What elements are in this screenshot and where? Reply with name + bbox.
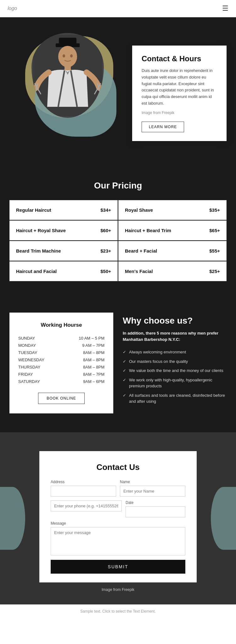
day-label: WEDNESDAY (18, 357, 44, 362)
service-price: $60+ (100, 228, 111, 233)
day-label: TUESDAY (18, 350, 37, 355)
service-name: Beard + Facial (125, 248, 157, 254)
service-name: Beard Trim Machine (16, 248, 61, 254)
pricing-item: Men's Facial$25+ (118, 261, 227, 281)
contact-title: Contact Us (51, 462, 185, 472)
info-section: Working Hourse SUNDAY10 AM – 5 PMMONDAY9… (0, 300, 236, 432)
book-online-button[interactable]: BOOK ONLINE (38, 393, 85, 404)
phone-input[interactable] (51, 500, 122, 511)
pricing-grid: Regular Haircut$34+Royal Shave$35+Haircu… (9, 200, 227, 281)
date-label: Date (126, 500, 185, 505)
image-credit: Image from Freepik (142, 110, 217, 116)
hours-row: MONDAY9 AM – 7PM (18, 342, 104, 349)
logo: logo (8, 6, 17, 11)
contact-blob-left (0, 487, 25, 550)
hamburger-menu-icon[interactable]: ☰ (222, 4, 228, 13)
service-price: $50+ (100, 269, 111, 274)
service-name: Haircut and Facial (16, 269, 57, 274)
pricing-item: Haircut and Facial$50+ (9, 261, 118, 281)
service-price: $23+ (100, 248, 111, 254)
service-name: Men's Facial (125, 269, 153, 274)
contact-blob-right (211, 487, 236, 550)
submit-button[interactable]: SUBMIT (51, 560, 185, 574)
service-price: $35+ (209, 207, 220, 213)
day-label: THURSDAY (18, 365, 41, 369)
navigation: logo ☰ (0, 0, 236, 17)
day-label: SUNDAY (18, 336, 35, 341)
message-textarea[interactable] (51, 527, 185, 555)
why-choose-title: Why choose us? (123, 316, 227, 326)
svg-point-11 (63, 54, 65, 57)
why-choose-list: Always welcoming environmentOur masters … (123, 347, 227, 406)
pricing-item: Beard + Facial$55+ (118, 241, 227, 261)
service-name: Royal Shave (125, 207, 153, 213)
hours-row: SUNDAY10 AM – 5 PM (18, 335, 104, 342)
why-reason: Our masters focus on the quality (123, 357, 227, 366)
pricing-section: Our Pricing Regular Haircut$34+Royal Sha… (0, 162, 236, 300)
hours-title: Working Hourse (18, 322, 104, 328)
pricing-item: Beard Trim Machine$23+ (9, 241, 118, 261)
learn-more-button[interactable]: LEARN MORE (142, 122, 184, 132)
day-label: MONDAY (18, 343, 36, 348)
why-reason: Always welcoming environment (123, 347, 227, 357)
card-description: Duis aute irure dolor in reprehenderit i… (142, 68, 217, 107)
pricing-item: Royal Shave$35+ (118, 200, 227, 220)
svg-rect-2 (59, 38, 76, 45)
service-name: Haircut + Beard Trim (125, 228, 171, 233)
hero-section: Contact & Hours Duis aute irure dolor in… (0, 17, 236, 162)
card-title: Contact & Hours (142, 54, 217, 63)
service-name: Haircut + Royal Shave (16, 228, 66, 233)
service-price: $55+ (209, 248, 220, 254)
contact-card: Contact Us Address Name Date Message (39, 451, 197, 582)
why-reason: All surfaces and tools are cleaned, disi… (123, 391, 227, 406)
hours-row: TUESDAY8AM – 8PM (18, 349, 104, 356)
address-input[interactable] (51, 486, 116, 497)
hours-row: WEDNESDAY8AM – 8PM (18, 356, 104, 363)
why-choose-section: Why choose us? In addition, there 5 more… (123, 313, 227, 413)
service-price: $25+ (209, 269, 220, 274)
footer: Sample text. Click to select the Text El… (0, 604, 236, 618)
name-label: Name (120, 480, 185, 484)
time-label: 8AM – 8PM (83, 357, 104, 362)
svg-point-12 (70, 54, 73, 57)
hours-row: SATURDAY9AM – 6PM (18, 378, 104, 385)
time-label: 8AM – 8PM (83, 365, 104, 369)
svg-point-3 (58, 46, 77, 67)
svg-rect-4 (65, 65, 71, 70)
hours-card: Working Hourse SUNDAY10 AM – 5 PMMONDAY9… (9, 313, 113, 413)
day-label: FRIDAY (18, 372, 33, 377)
message-label: Message (51, 521, 185, 526)
day-label: SATURDAY (18, 379, 40, 384)
service-price: $65+ (209, 228, 220, 233)
date-input[interactable] (126, 506, 185, 517)
why-choose-subtitle: In addition, there 5 more reasons why me… (123, 330, 227, 342)
time-label: 9 AM – 7PM (82, 343, 104, 348)
contact-section: Contact Us Address Name Date Message (0, 432, 236, 604)
time-label: 8AM – 8PM (83, 350, 104, 355)
time-label: 9AM – 6PM (83, 379, 104, 384)
hours-row: THURSDAY8AM – 8PM (18, 363, 104, 371)
time-label: 8AM – 7PM (83, 372, 104, 377)
footer-sample-text: Sample text. Click to select the Text El… (80, 609, 156, 614)
pricing-item: Haircut + Royal Shave$60+ (9, 221, 118, 240)
contact-hours-card: Contact & Hours Duis aute irure dolor in… (132, 46, 227, 141)
service-name: Regular Haircut (16, 207, 51, 213)
hours-row: FRIDAY8AM – 7PM (18, 371, 104, 378)
contact-image-credit: Image from Freepik (6, 587, 230, 592)
why-reason: We work only with high-quality, hypoalle… (123, 375, 227, 391)
address-label: Address (51, 480, 116, 484)
name-input[interactable] (120, 486, 185, 497)
pricing-item: Regular Haircut$34+ (9, 200, 118, 220)
hours-table: SUNDAY10 AM – 5 PMMONDAY9 AM – 7PMTUESDA… (18, 335, 104, 385)
service-price: $34+ (100, 207, 111, 213)
time-label: 10 AM – 5 PM (79, 336, 104, 341)
why-reason: We value both the time and the money of … (123, 366, 227, 375)
pricing-item: Haircut + Beard Trim$65+ (118, 221, 227, 240)
pricing-title: Our Pricing (9, 181, 227, 191)
